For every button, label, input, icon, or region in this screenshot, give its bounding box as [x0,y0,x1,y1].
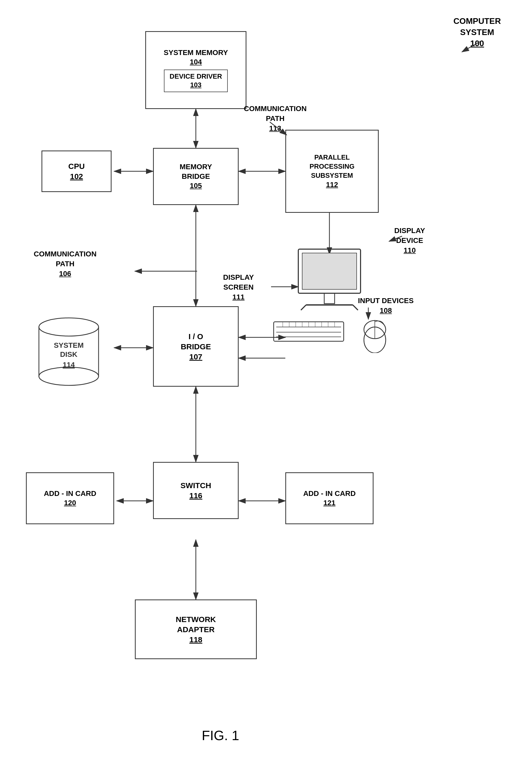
cylinder-svg: SYSTEM DISK 114 [31,311,106,392]
io-bridge-label: I / OBRIDGE [181,331,211,352]
fig-caption: FIG. 1 [169,728,272,743]
svg-rect-23 [302,253,357,289]
svg-line-14 [462,42,480,52]
cp113-arrow [244,119,296,140]
svg-point-50 [39,367,98,385]
network-adapter-box: NETWORKADAPTER 118 [135,600,257,659]
display-screen-label: DISPLAYSCREEN 111 [223,273,254,302]
add-in-card-121-box: ADD - IN CARD 121 [285,472,373,524]
cpu-id: 102 [70,171,83,181]
switch-id: 116 [189,490,202,500]
parallel-processing-label: PARALLELPROCESSINGSUBSYSTEM [310,153,354,180]
device-driver-id: 103 [170,81,222,90]
system-memory-label: SYSTEM MEMORY [164,48,228,57]
svg-line-21 [389,236,402,241]
svg-text:SYSTEM: SYSTEM [54,341,83,349]
svg-rect-24 [324,293,334,303]
svg-text:114: 114 [63,361,75,369]
memory-bridge-id: 105 [190,181,202,190]
add-in-card-121-id: 121 [324,498,335,507]
svg-line-17 [270,122,287,135]
network-adapter-id: 118 [189,635,202,645]
add-in-card-120-label: ADD - IN CARD [44,489,96,498]
add-in-card-120-id: 120 [64,498,76,507]
io-bridge-box: I / OBRIDGE 107 [153,306,239,387]
mouse-svg [360,319,392,353]
memory-bridge-label: MEMORYBRIDGE [180,162,212,181]
svg-line-26 [301,305,306,310]
cs-arrow [454,39,485,55]
parallel-processing-id: 112 [326,180,338,189]
io-bridge-id: 107 [189,352,202,362]
monitor-svg [291,247,368,314]
svg-line-27 [353,305,358,310]
switch-box: SWITCH 116 [153,462,239,519]
comm-path-106-label: COMMUNICATIONPATH 106 [34,249,96,279]
cpu-label: CPU [68,161,84,171]
cpu-box: CPU 102 [42,150,111,192]
device-driver-box: DEVICE DRIVER 103 [164,70,228,93]
add-in-card-121-label: ADD - IN CARD [303,489,356,498]
svg-text:DISK: DISK [60,350,77,358]
system-disk: SYSTEM DISK 114 [31,311,106,392]
cp106-arrow [130,265,202,278]
ds-arrow [270,280,301,293]
system-memory-box: SYSTEM MEMORY 104 DEVICE DRIVER 103 [145,31,246,109]
system-memory-id: 104 [190,57,202,67]
parallel-processing-box: PARALLELPROCESSINGSUBSYSTEM 112 [285,130,379,213]
svg-point-49 [39,318,98,336]
network-adapter-label: NETWORKADAPTER [176,614,216,635]
diagram: COMPUTER SYSTEM 100 SYSTEM MEMORY 104 DE… [0,0,532,764]
add-in-card-120-box: ADD - IN CARD 120 [26,472,114,524]
switch-label: SWITCH [181,480,211,490]
keyboard-svg [272,319,360,345]
memory-bridge-box: MEMORYBRIDGE 105 [153,148,239,205]
device-driver-label: DEVICE DRIVER [170,72,222,81]
dd-arrow [386,228,407,244]
